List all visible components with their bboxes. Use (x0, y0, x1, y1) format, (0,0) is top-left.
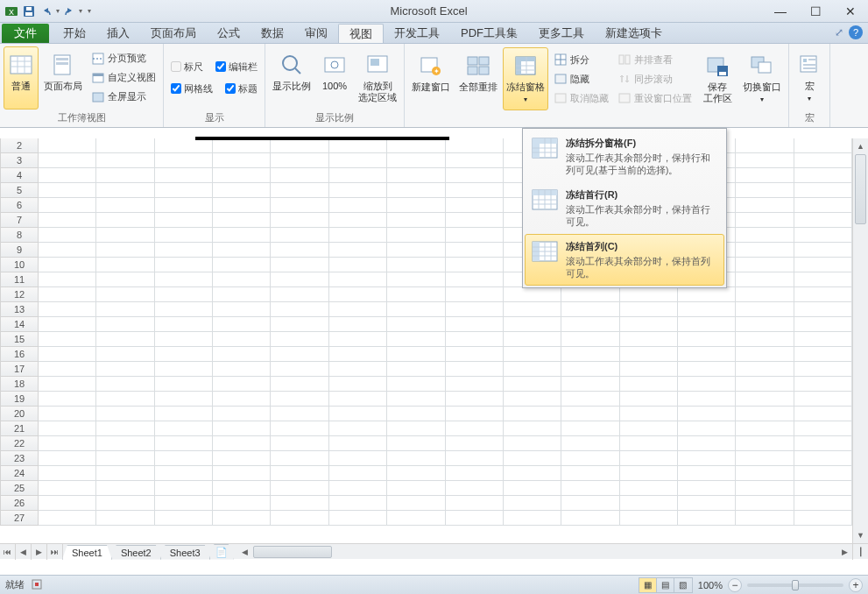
cell[interactable] (39, 481, 96, 495)
cell[interactable] (678, 362, 736, 376)
cell[interactable] (213, 138, 271, 152)
cell[interactable] (678, 392, 736, 406)
cell[interactable] (39, 168, 96, 182)
cell[interactable] (213, 332, 271, 346)
cell[interactable] (155, 168, 213, 182)
cell-row[interactable] (39, 362, 852, 377)
cell-row[interactable] (39, 213, 852, 228)
cell[interactable] (504, 392, 561, 406)
cell[interactable] (678, 421, 736, 435)
cell[interactable] (329, 407, 387, 421)
undo-icon[interactable] (39, 4, 54, 19)
cell[interactable] (736, 496, 794, 510)
cell[interactable] (155, 198, 213, 212)
worksheet[interactable]: 2345678910111213141516171819202122232425… (0, 138, 868, 559)
row-header[interactable]: 25 (0, 481, 39, 496)
cell-row[interactable] (39, 421, 852, 436)
cell[interactable] (387, 258, 445, 272)
row-header[interactable]: 5 (0, 183, 39, 198)
cell[interactable] (329, 377, 387, 391)
cell[interactable] (96, 362, 154, 376)
cell[interactable] (620, 511, 678, 525)
row-header[interactable]: 4 (0, 168, 39, 183)
cell[interactable] (329, 213, 387, 227)
cell[interactable] (329, 228, 387, 242)
qat-customize-icon[interactable]: ▾ (84, 7, 95, 15)
cell[interactable] (271, 243, 328, 257)
cell[interactable] (794, 347, 852, 361)
cell[interactable] (794, 228, 852, 242)
row-header[interactable]: 7 (0, 213, 39, 228)
cell[interactable] (96, 481, 154, 495)
cell[interactable] (620, 332, 678, 346)
cell[interactable] (794, 198, 852, 212)
cell[interactable] (329, 481, 387, 495)
cell[interactable] (446, 377, 504, 391)
freeze-panes-button[interactable]: 冻结窗格▾ (503, 47, 548, 110)
cell[interactable] (155, 511, 213, 525)
cell[interactable] (271, 362, 328, 376)
cell[interactable] (736, 302, 794, 316)
cell[interactable] (387, 198, 445, 212)
macro-record-icon[interactable] (32, 579, 44, 591)
cell[interactable] (446, 153, 504, 167)
cells-area[interactable] (39, 138, 852, 543)
cell[interactable] (446, 272, 504, 286)
cell[interactable] (271, 168, 328, 182)
cell[interactable] (155, 332, 213, 346)
gridlines-checkbox[interactable]: 网格线 (169, 81, 215, 96)
cell[interactable] (387, 496, 445, 510)
cell[interactable] (213, 466, 271, 480)
maximize-button[interactable]: ☐ (798, 0, 833, 23)
cell-row[interactable] (39, 511, 852, 526)
cell[interactable] (39, 466, 96, 480)
cell[interactable] (271, 407, 328, 421)
cell[interactable] (561, 362, 619, 376)
cell[interactable] (155, 436, 213, 450)
cell[interactable] (39, 407, 96, 421)
sheet-first-button[interactable]: ⏮ (0, 544, 16, 560)
normal-view-mode[interactable]: ▦ (639, 578, 657, 592)
cell[interactable] (620, 407, 678, 421)
cell[interactable] (96, 272, 154, 286)
cell[interactable] (736, 511, 794, 525)
cell[interactable] (794, 332, 852, 346)
cell[interactable] (561, 317, 619, 331)
help-icon[interactable]: ? (849, 25, 863, 39)
cell[interactable] (561, 407, 619, 421)
page-break-mode[interactable]: ▧ (674, 578, 692, 592)
scroll-left-arrow[interactable]: ◀ (237, 544, 253, 560)
cell[interactable] (271, 392, 328, 406)
cell[interactable] (678, 347, 736, 361)
cell[interactable] (329, 302, 387, 316)
cell[interactable] (329, 392, 387, 406)
cell[interactable] (387, 392, 445, 406)
cell[interactable] (39, 183, 96, 197)
cell[interactable] (271, 153, 328, 167)
cell[interactable] (39, 243, 96, 257)
row-header[interactable]: 15 (0, 332, 39, 347)
cell[interactable] (213, 302, 271, 316)
cell[interactable] (96, 198, 154, 212)
switch-windows-button[interactable]: 切换窗口▾ (739, 47, 785, 110)
zoom-slider-knob[interactable] (792, 580, 799, 590)
freeze-top-row-item[interactable]: 冻结首行(R)滚动工作表其余部分时，保持首行可见。 (525, 182, 724, 234)
row-header[interactable]: 21 (0, 421, 39, 436)
cell[interactable] (271, 451, 328, 465)
cell[interactable] (561, 496, 619, 510)
cell[interactable] (387, 451, 445, 465)
cell[interactable] (794, 362, 852, 376)
page-layout-mode[interactable]: ▤ (657, 578, 674, 592)
cell[interactable] (213, 392, 271, 406)
cell[interactable] (39, 392, 96, 406)
hide-button[interactable]: 隐藏 (550, 70, 612, 88)
cell[interactable] (96, 436, 154, 450)
cell-row[interactable] (39, 183, 852, 198)
row-header[interactable]: 3 (0, 153, 39, 168)
cell[interactable] (794, 392, 852, 406)
freeze-panes-item[interactable]: 冻结拆分窗格(F)滚动工作表其余部分时，保持行和列可见(基于当前的选择)。 (525, 131, 724, 182)
cell[interactable] (271, 183, 328, 197)
cell[interactable] (736, 466, 794, 480)
cell[interactable] (387, 243, 445, 257)
cell[interactable] (39, 213, 96, 227)
